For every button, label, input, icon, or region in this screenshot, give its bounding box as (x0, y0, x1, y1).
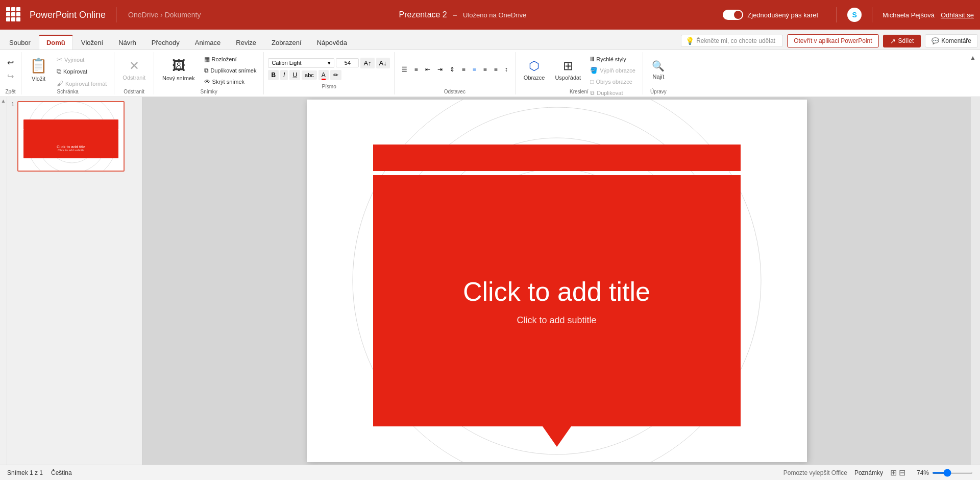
align-left[interactable]: ≡ (459, 64, 469, 75)
shapes-button[interactable]: ⬡ Obrazce (520, 54, 549, 85)
ribbon-group-odstavec: ☰ ≡ ⇤ ⇥ ⇕ ≡ ≡ ≡ ≡ ↕ Odstavec (395, 52, 516, 94)
delete-button[interactable]: ✕ Odstranit (118, 54, 150, 85)
share-button[interactable]: ↗ Sdílet (883, 35, 921, 47)
cut-button[interactable]: ✂ Vyjmout (54, 54, 110, 65)
undo-button[interactable]: ↩ (4, 56, 17, 69)
ribbon-group-schranke: 📋 Vložit ✂ Vyjmout ⧉ Kopírovat 🖌 Kopírov… (21, 52, 114, 94)
text-direction[interactable]: ⇕ (447, 64, 458, 75)
tab-soubor[interactable]: Soubor (2, 36, 38, 50)
notes-button[interactable]: Poznámky (854, 469, 883, 476)
slide-canvas[interactable]: Click to add title Click to add subtitle (307, 100, 807, 462)
open-in-app-button[interactable]: Otevřít v aplikaci PowerPoint (787, 34, 878, 47)
justify[interactable]: ≡ (491, 64, 501, 75)
duplicate-shape-button[interactable]: ⧉ Duplikovat (587, 88, 639, 97)
simplified-ribbon-toggle[interactable] (723, 10, 743, 20)
ribbon-group-pismo: Calibri Light ▾ 54 A↑ A↓ B I U abc A ✏ P… (264, 52, 394, 94)
slide-subtitle-placeholder[interactable]: Click to add subtitle (517, 315, 596, 326)
thumb-red-body: Click to add title Click to add subtitle (23, 130, 118, 158)
slide-sorter-btn[interactable]: ⊟ (899, 468, 905, 477)
scroll-up-arrow[interactable]: ▲ (0, 97, 7, 105)
indent-increase[interactable]: ⇥ (434, 64, 446, 75)
slide-title-placeholder[interactable]: Click to add title (463, 276, 650, 307)
zoom-slider[interactable] (932, 472, 973, 474)
pismo-label: Písmo (268, 84, 389, 89)
tab-prechody[interactable]: Přechody (144, 36, 187, 50)
font-color-button[interactable]: A (318, 70, 329, 80)
font-size-input[interactable]: 54 (336, 58, 359, 67)
styles-icon: Ⅲ (590, 56, 594, 63)
outline-icon: □ (590, 78, 594, 85)
font-size-increase[interactable]: A↑ (360, 58, 374, 68)
user-section: Michaela Pejšová Odhlásit se (883, 11, 974, 19)
dropdown-chevron: ▾ (328, 60, 331, 66)
tab-vlozeni[interactable]: Vložení (74, 36, 110, 50)
skype-icon[interactable]: S (847, 8, 862, 22)
strikethrough-button[interactable]: abc (302, 70, 317, 80)
list-numbers[interactable]: ≡ (411, 64, 421, 75)
find-button[interactable]: 🔍 Najít (647, 54, 670, 85)
fill-shape-button[interactable]: 🪣 Výplň obrazce (587, 65, 639, 76)
canvas-area: Click to add title Click to add subtitle (142, 97, 971, 465)
user-name: Michaela Pejšová (883, 11, 935, 19)
slide-number: 1 (11, 101, 14, 107)
slide-bubble-tail (543, 426, 571, 447)
doc-title[interactable]: Prezentace 2 (399, 10, 447, 19)
outline-shape-button[interactable]: □ Obrys obrazce (587, 77, 639, 87)
copy-button[interactable]: ⧉ Kopírovat (54, 66, 110, 77)
ask-placeholder: Řekněte mi, co chcete udělat (696, 37, 775, 44)
list-bullets[interactable]: ☰ (399, 64, 410, 75)
comment-icon: 💬 (932, 37, 939, 44)
underline-button[interactable]: U (289, 70, 300, 80)
quick-styles-button[interactable]: Ⅲ Rychlé styly (587, 54, 639, 64)
ask-input[interactable]: 💡 Řekněte mi, co chcete udělat (681, 35, 783, 47)
duplicate-slide-button[interactable]: ⧉ Duplikovat snímek (201, 65, 260, 76)
normal-view-btn[interactable]: ⊞ (890, 468, 897, 477)
bold-button[interactable]: B (268, 70, 279, 80)
language-label: Čeština (51, 469, 72, 476)
title-bar: PowerPoint Online OneDrive › Dokumenty P… (0, 0, 980, 30)
tab-domu[interactable]: Domů (39, 35, 73, 50)
slide-thumbnail-1[interactable]: Click to add title Click to add subtitle (17, 101, 125, 172)
kresleni-label: Kreslení (570, 89, 589, 94)
slide-red-body[interactable]: Click to add title Click to add subtitle (373, 175, 741, 426)
italic-button[interactable]: I (280, 70, 288, 80)
ribbon-collapse[interactable]: ▲ (966, 52, 980, 94)
breadcrumb-text: OneDrive › Dokumenty (128, 11, 201, 19)
odstranit-label: Odstranit (124, 89, 144, 94)
align-center[interactable]: ≡ (470, 64, 479, 75)
comments-button[interactable]: 💬 Komentáře (925, 34, 978, 47)
tab-navrh[interactable]: Návrh (111, 36, 143, 50)
highlight-button[interactable]: ✏ (330, 70, 341, 80)
indent-decrease[interactable]: ⇤ (422, 64, 433, 75)
new-slide-button[interactable]: 🖼 Nový snímek (158, 54, 199, 85)
font-size-decrease[interactable]: A↓ (376, 58, 390, 68)
separator (116, 7, 116, 22)
font-name-dropdown[interactable]: Calibri Light ▾ (268, 58, 334, 68)
sign-out-link[interactable]: Odhlásit se (941, 11, 974, 19)
tab-revize[interactable]: Revize (229, 36, 263, 50)
center-section: Prezentace 2 – Uloženo na OneDrive (207, 10, 718, 19)
breadcrumb[interactable]: OneDrive › Dokumenty (127, 11, 202, 19)
align-right[interactable]: ≡ (480, 64, 490, 75)
redo-button[interactable]: ↪ (4, 70, 17, 83)
help-office[interactable]: Pomozte vylepšit Office (783, 469, 847, 476)
layout-button[interactable]: ▦ Rozložení (201, 54, 260, 64)
tab-animace[interactable]: Animace (188, 36, 228, 50)
waffle-menu-icon[interactable] (6, 7, 21, 22)
hide-slide-button[interactable]: 👁 Skrýt snímek (201, 77, 260, 87)
tab-napoveda[interactable]: Nápověda (310, 36, 354, 50)
view-options: ⊞ ⊟ (890, 468, 905, 477)
find-icon: 🔍 (652, 60, 665, 72)
new-slide-icon: 🖼 (172, 58, 185, 74)
line-spacing[interactable]: ↕ (502, 64, 511, 75)
zoom-percent: 74% (917, 469, 929, 476)
tab-zobrazeni[interactable]: Zobrazení (264, 36, 309, 50)
arrange-button[interactable]: ⊞ Uspořádat (551, 54, 585, 85)
main-area: ▲ 1 Click to add title Click to (0, 97, 980, 465)
format-copy-button[interactable]: 🖌 Kopírovat formát (54, 78, 110, 89)
delete-icon: ✕ (129, 59, 139, 73)
left-scrollbar[interactable]: ▲ (0, 97, 7, 465)
ribbon-group-upravy: 🔍 Najít Úpravy (643, 52, 674, 94)
saved-status: Uloženo na OneDrive (463, 11, 526, 19)
paste-button[interactable]: 📋 Vložit (26, 54, 52, 85)
